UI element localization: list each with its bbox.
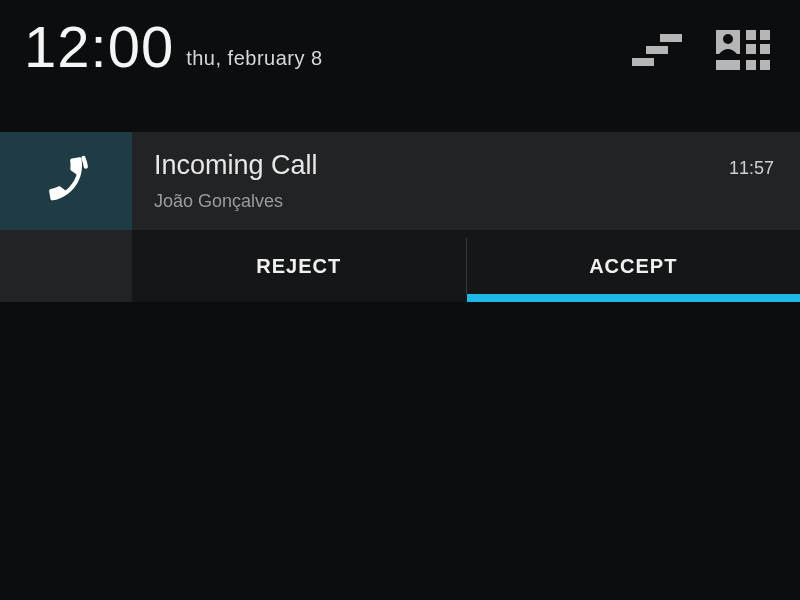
status-bar: 12:00 thu, february 8 — [0, 0, 800, 86]
incoming-call-notification: Incoming Call 11:57 João Gonçalves REJEC… — [0, 132, 800, 302]
notification-title: Incoming Call — [154, 150, 318, 181]
notification-body[interactable]: Incoming Call 11:57 João Gonçalves — [0, 132, 800, 230]
svg-rect-10 — [746, 60, 756, 70]
accept-button-label: ACCEPT — [589, 255, 677, 278]
svg-rect-9 — [716, 60, 740, 70]
notification-icon-column — [0, 132, 132, 230]
steps-icon[interactable] — [632, 32, 684, 68]
status-bar-right — [632, 30, 770, 76]
accept-accent-bar — [467, 294, 801, 302]
svg-rect-0 — [660, 34, 682, 42]
svg-rect-2 — [632, 58, 654, 66]
svg-rect-7 — [746, 44, 756, 54]
svg-rect-6 — [760, 30, 770, 40]
svg-point-4 — [723, 34, 733, 44]
notification-actions: REJECT ACCEPT — [132, 230, 800, 302]
clock-time: 12:00 — [24, 18, 174, 76]
notification-time: 11:57 — [729, 158, 774, 179]
svg-rect-8 — [760, 44, 770, 54]
svg-rect-5 — [746, 30, 756, 40]
notification-content: Incoming Call 11:57 João Gonçalves — [132, 132, 800, 230]
contacts-grid-icon[interactable] — [716, 30, 770, 70]
clock-date: thu, february 8 — [186, 47, 322, 76]
status-bar-left: 12:00 thu, february 8 — [24, 18, 323, 76]
accept-button[interactable]: ACCEPT — [467, 230, 801, 302]
svg-rect-1 — [646, 46, 668, 54]
svg-rect-11 — [760, 60, 770, 70]
reject-button[interactable]: REJECT — [132, 230, 466, 302]
phone-ringing-icon — [41, 154, 91, 208]
caller-name: João Gonçalves — [154, 191, 774, 212]
